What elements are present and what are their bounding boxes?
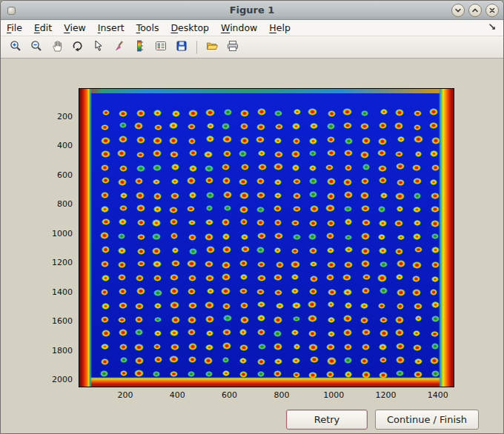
save-button[interactable] [172,39,191,56]
microarray-spot [293,206,301,213]
microarray-spot [293,234,301,241]
microarray-spot [239,260,248,267]
retry-button[interactable]: Retry [286,410,368,430]
microarray-spot [137,234,145,241]
zoom-out-button[interactable] [27,39,46,56]
microarray-spot [119,288,127,295]
microarray-spot [273,330,282,336]
microarray-spot [119,344,127,350]
menu-tools[interactable]: Tools [130,20,165,36]
microarray-spot [291,274,299,280]
microarray-spot [414,136,423,143]
microarray-spot [309,165,316,171]
microarray-spot [274,110,282,117]
microarray-spot [136,152,145,158]
menu-desktop[interactable]: Desktop [165,20,215,36]
menu-window[interactable]: Window [215,20,263,36]
microarray-spot [328,301,335,307]
microarray-spot [396,274,403,280]
microarray-spot [430,357,439,364]
microarray-spot [239,371,248,378]
menu-help[interactable]: Help [263,20,296,36]
microarray-spot [378,165,387,173]
microarray-spot [345,302,353,309]
minimize-button[interactable] [451,4,465,17]
menu-view[interactable]: View [58,20,92,36]
microarray-spot [328,289,336,296]
microarray-spot [101,358,109,365]
microarray-spot [223,315,231,321]
microarray-spot [188,220,196,226]
microarray-spot [152,219,161,226]
microarray-spot [274,179,282,185]
data-cursor-button[interactable] [89,39,108,56]
microarray-spot [431,301,440,308]
microarray-spot [344,206,351,212]
microarray-spot [361,233,370,240]
microarray-spot [396,356,405,364]
microarray-spot [361,260,370,267]
microarray-spot [222,233,231,239]
open-button[interactable] [202,39,222,56]
microarray-spot [188,110,198,117]
microarray-spot [294,344,301,350]
microarray-spot [188,329,196,335]
y-tick-label: 200 [27,112,73,121]
microarray-spot [172,247,179,253]
microarray-spot [413,207,420,213]
legend-button[interactable] [151,39,170,56]
microarray-spot [172,110,180,117]
pan-button[interactable] [47,39,67,56]
continue-finish-button[interactable]: Continue / Finish [375,410,479,430]
microarray-spot [257,371,265,377]
microarray-spot [345,247,353,253]
rotate-3d-button[interactable] [68,39,87,56]
microarray-spot [256,219,265,226]
microarray-spot [361,247,370,255]
colorbar-button[interactable] [130,39,150,56]
microarray-spot [414,371,422,378]
microarray-spot [397,235,405,241]
microarray-spot [345,371,352,377]
microarray-spot [239,329,247,335]
microarray-spot [273,316,282,323]
menu-edit[interactable]: Edit [28,20,58,36]
brush-button[interactable] [110,39,129,56]
microarray-spot [188,343,197,350]
maximize-button[interactable] [468,4,482,17]
menu-insert[interactable]: Insert [92,20,130,36]
microarray-spot [309,178,317,184]
microarray-spot [171,164,179,170]
microarray-spot [414,247,422,253]
microarray-spot [189,165,197,172]
print-button[interactable] [223,39,242,56]
close-button[interactable] [485,4,499,17]
microarray-spot [222,329,231,336]
y-tick-label: 400 [27,141,73,150]
microarray-spot [170,371,178,378]
titlebar[interactable]: Figure 1 [1,1,503,20]
microarray-spot [328,110,336,117]
microarray-spot [292,123,300,130]
microarray-spot [291,261,300,268]
image-edge-right [439,89,454,387]
microarray-spot [431,331,439,338]
microarray-spot [379,247,387,254]
microarray-spot [206,136,214,142]
microarray-spot [380,193,388,198]
zoom-in-button[interactable] [6,39,25,56]
microarray-spot [328,331,335,337]
microarray-spot [380,109,388,115]
microarray-spot [379,220,387,227]
plot-axes[interactable] [79,88,454,387]
print-icon [226,39,239,55]
microarray-spot [361,110,368,116]
y-tick-label: 2000 [27,375,73,384]
microarray-spot [169,122,178,129]
microarray-spot [395,248,404,255]
menu-file[interactable]: File [1,20,28,36]
dock-figure-icon[interactable] [486,21,499,36]
microarray-spot [222,370,230,376]
microarray-spot [430,150,438,157]
microarray-spot [345,164,353,170]
